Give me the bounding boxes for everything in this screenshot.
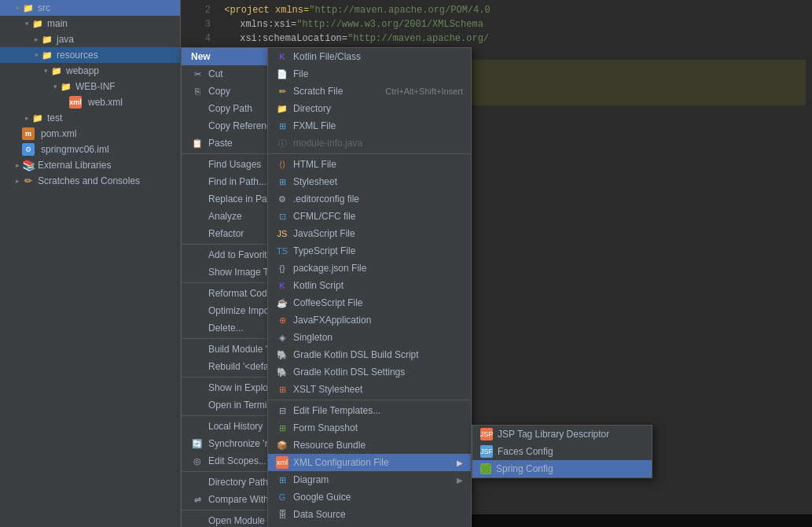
cfml-icon: ⊡ [276,210,288,223]
sidebar-item-label: springmvc06.iml [41,144,109,155]
folder-icon: 📁 [60,80,72,93]
submenu-gradle-build[interactable]: 🐘 Gradle Kotlin DSL Build Script [268,346,471,363]
submenu-fxml[interactable]: ⊞ FXML File [268,117,471,135]
kotlin-icon: K [276,279,288,292]
submenu-form-snapshot[interactable]: ⊞ Form Snapshot [268,419,471,437]
submenu-servlet[interactable]: ☕ Servlet [268,523,471,527]
submenu-arrow: ▶ [457,459,463,467]
js-icon: JS [276,227,288,240]
css-icon: ⊞ [276,175,288,188]
expand-arrow: ▾ [50,82,60,91]
submenu-spring-config[interactable]: 🌿 Spring Config [472,460,652,477]
submenu-jsp-tag-library[interactable]: JSP JSP Tag Library Descriptor [472,426,652,443]
blank-icon [191,175,204,188]
submenu-file[interactable]: 📄 File [268,65,471,83]
blank-icon [191,420,204,433]
submenu-scratch-file[interactable]: ✏ Scratch File Ctrl+Alt+Shift+Insert [268,83,471,100]
module-icon: ⓘ [276,137,288,149]
sidebar-item-external-libraries[interactable]: ▸ 📚 External Libraries [0,157,180,173]
blank-icon [191,210,204,223]
submenu-xslt[interactable]: ⊞ XSLT Stylesheet [268,381,471,398]
submenu-coffeescript[interactable]: ☕ CoffeeScript File [268,294,471,311]
submenu-label: JSP Tag Library Descriptor [498,429,644,440]
submenu-kotlin-script[interactable]: K Kotlin Script [268,277,471,294]
submenu-cfml[interactable]: ⊡ CFML/CFC file [268,208,471,225]
submenu-directory[interactable]: 📁 Directory [268,100,471,117]
submenu-label: Singleton [293,332,463,343]
submenu-gradle-settings[interactable]: 🐘 Gradle Kotlin DSL Settings [268,363,471,381]
submenu-diagram[interactable]: ⊞ Diagram ▶ [268,471,471,488]
code-line: 4 xsi:schemaLocation="http://maven.apach… [187,31,806,46]
submenu-separator [268,153,471,154]
scratch-icon: ✏ [276,85,288,98]
submenu-label: Google Guice [293,492,463,503]
folder-icon: 📁 [31,17,44,30]
blank-icon [191,193,204,205]
kotlin-icon: K [276,50,288,63]
submenu-resource-bundle[interactable]: 📦 Resource Bundle [268,437,471,454]
blank-icon [191,381,204,394]
submenu-google-guice[interactable]: G Google Guice [268,488,471,506]
submenu-label: CoffeeScript File [293,297,463,308]
submenu-edit-templates[interactable]: ⊟ Edit File Templates... [268,402,471,419]
submenu-editorconfig[interactable]: ⚙ .editorconfig file [268,190,471,208]
sidebar-item-scratches[interactable]: ▸ ✏ Scratches and Consoles [0,173,180,189]
xml-icon: xml [69,96,82,109]
sidebar-item-label: main [47,18,68,29]
submenu-label: XML Configuration File [293,457,457,468]
sidebar-item-webxml[interactable]: xml web.xml [0,94,180,110]
submenu-package-json[interactable]: {} package.json File [268,260,471,277]
submenu-label: File [293,68,463,79]
submenu-xml-config[interactable]: xml XML Configuration File ▶ [268,454,471,471]
submenu-label: module-info.java [293,138,463,149]
submenu-singleton[interactable]: ◈ Singleton [268,329,471,346]
code-text: "http://maven.apache.org/ [347,33,489,44]
datasource-icon: 🗄 [276,508,288,521]
expand-arrow: ▸ [22,113,31,123]
sidebar-item-java[interactable]: ▸ 📁 java [0,31,180,47]
blank-icon [191,102,204,115]
shortcut: Ctrl+Alt+Shift+Insert [385,87,463,96]
blank-icon [191,360,204,373]
submenu-stylesheet[interactable]: ⊞ Stylesheet [268,173,471,190]
coffee-icon: ☕ [276,297,288,309]
sidebar-item-label: Scratches and Consoles [38,175,140,186]
submenu-data-source[interactable]: 🗄 Data Source [268,506,471,523]
submenu-js[interactable]: JS JavaScript File [268,225,471,242]
submenu-html[interactable]: ⟨⟩ HTML File [268,156,471,173]
submenu-label: JavaScript File [293,228,463,239]
sidebar-item-webapp[interactable]: ▾ 📁 webapp [0,63,180,79]
no-arrow [60,98,69,107]
submenu-module-info[interactable]: ⓘ module-info.java [268,135,471,152]
sidebar-item-label: pom.xml [41,128,76,139]
fxml-icon: ⊞ [276,120,288,132]
sidebar-item-label: resources [57,50,98,61]
sidebar-item-test[interactable]: ▸ 📁 test [0,110,180,126]
submenu-label: Kotlin File/Class [293,51,463,62]
submenu-javafx[interactable]: ⊕ JavaFXApplication [268,311,471,329]
submenu-label: Kotlin Script [293,280,463,291]
submenu-label: TypeScript File [293,245,463,256]
submenu-kotlin[interactable]: K Kotlin File/Class [268,48,471,65]
sidebar-item-webinf[interactable]: ▾ 📁 WEB-INF [0,79,180,94]
spring-config-icon: 🌿 [480,463,491,474]
file-icon: 📄 [276,68,288,80]
sidebar-item-main[interactable]: ▾ 📁 main [0,16,180,31]
submenu-faces-config[interactable]: JSF Faces Config [472,443,652,460]
ts-icon: TS [276,245,288,257]
expand-arrow: ▸ [13,176,22,186]
gradle-icon: 🐘 [276,348,288,361]
sidebar-item-iml[interactable]: ⚙ springmvc06.iml [0,142,180,157]
pkg-icon: {} [276,262,288,275]
blank-icon [191,399,204,411]
folder-icon: 📁 [41,33,53,46]
sidebar-item-src[interactable]: ▾ 📁 src [0,0,180,16]
code-text: "http://www.w3.org/2001/XMLSchema [296,19,483,30]
submenu-label: Data Source [293,509,463,520]
submenu-label: Form Snapshot [293,422,463,433]
blank-icon [191,322,204,334]
submenu-ts[interactable]: TS TypeScript File [268,242,471,260]
sidebar-item-pomxml[interactable]: m pom.xml [0,126,180,142]
sidebar-item-label: test [47,112,62,123]
sidebar-item-resources[interactable]: ▾ 📁 resources [0,47,180,63]
